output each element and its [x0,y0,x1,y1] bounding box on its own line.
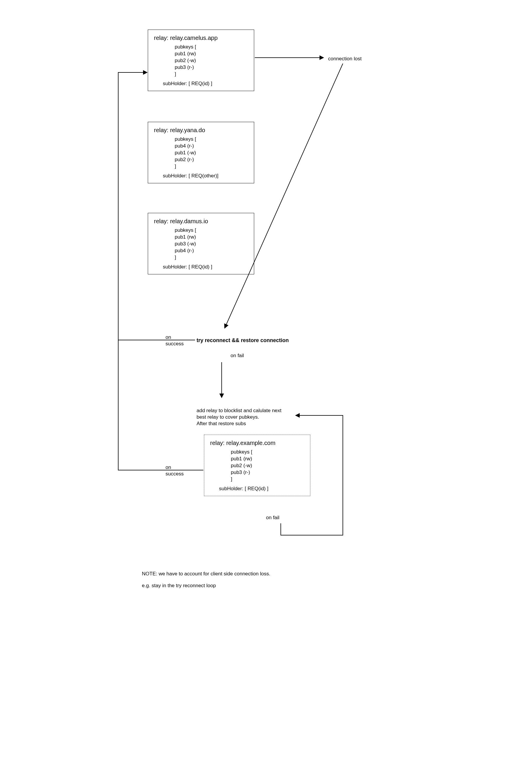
label-on-success-1: on success [165,334,184,347]
label-on-success-2: on success [165,464,184,477]
subholder: subHolder: [ REQ(id) ] [163,81,248,87]
pubkey: pub3 (r-) [175,64,248,71]
label-try-reconnect: try reconnect && restore connection [197,337,289,344]
pubkeys-block: pubkeys [ pub4 (r-) pub1 (-w) pub2 (r-) … [175,136,248,170]
pubkey: pub1 (rw) [175,51,248,57]
pubkey: pub3 (-w) [175,241,248,248]
pubkey: pub1 (-w) [175,150,248,156]
pubkeys-block: pubkeys [ pub1 (rw) pub2 (-w) pub3 (r-) … [175,44,248,78]
pubkeys-block: pubkeys [ pub1 (rw) pub3 (-w) pub4 (r-) … [175,227,248,261]
pubkeys-open: pubkeys [ [175,44,248,51]
pubkey: pub3 (r-) [231,469,304,476]
note-line-1: NOTE: we have to account for client side… [142,571,270,577]
pubkey: pub4 (r-) [175,248,248,254]
pubkeys-close: ] [175,71,248,78]
pubkey: pub2 (-w) [175,57,248,64]
pubkey: pub1 (rw) [231,456,304,463]
label-blocklist: add relay to blocklist and calulate next… [197,407,281,427]
pubkey: pub1 (rw) [175,234,248,241]
diagram-canvas: relay: relay.camelus.app pubkeys [ pub1 … [0,0,532,764]
relay-title: relay: relay.example.com [210,440,304,447]
relay-title: relay: relay.damus.io [154,218,248,225]
label-on-fail-2: on fail [266,514,279,521]
relay-box-yana: relay: relay.yana.do pubkeys [ pub4 (r-)… [148,122,254,183]
svg-line-1 [225,64,343,328]
relay-title: relay: relay.camelus.app [154,35,248,41]
pubkeys-open: pubkeys [ [231,449,304,456]
relay-box-damus: relay: relay.damus.io pubkeys [ pub1 (rw… [148,213,254,275]
relay-box-camelus: relay: relay.camelus.app pubkeys [ pub1 … [148,30,254,91]
label-on-fail-1: on fail [231,352,244,359]
pubkeys-open: pubkeys [ [175,136,248,143]
arrows-layer [0,0,532,764]
pubkeys-open: pubkeys [ [175,227,248,234]
pubkeys-close: ] [175,163,248,170]
pubkeys-block: pubkeys [ pub1 (rw) pub2 (-w) pub3 (r-) … [231,449,304,483]
relay-title: relay: relay.yana.do [154,127,248,134]
subholder: subHolder: [ REQ(id) ] [219,486,304,492]
pubkeys-close: ] [231,476,304,483]
pubkey: pub2 (r-) [175,156,248,163]
subholder: subHolder: [ REQ(id) ] [163,264,248,270]
pubkeys-close: ] [175,254,248,261]
subholder: subHolder: [ REQ(other)] [163,173,248,179]
pubkey: pub2 (-w) [231,463,304,469]
relay-box-example: relay: relay.example.com pubkeys [ pub1 … [204,435,310,496]
pubkey: pub4 (r-) [175,143,248,150]
note-line-2: e.g. stay in the try reconnect loop [142,582,216,589]
label-connection-lost: connection lost [328,56,361,62]
